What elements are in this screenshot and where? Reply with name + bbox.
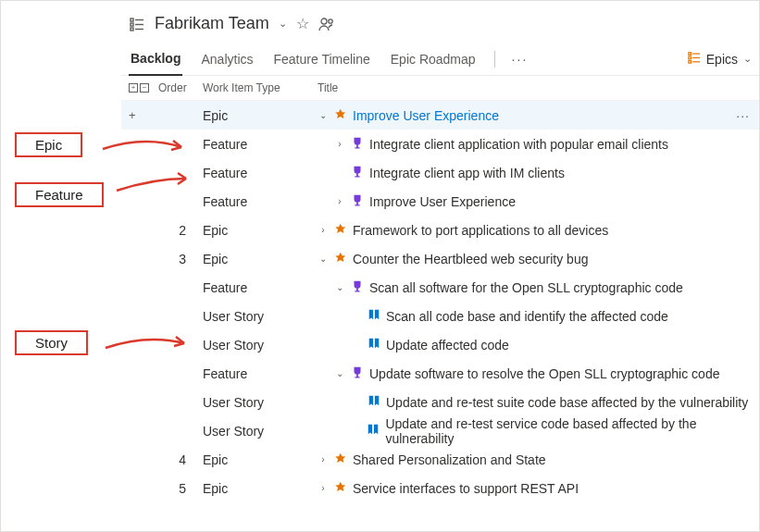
table-row[interactable]: User StoryUpdate and re-test service cod… bbox=[121, 416, 759, 445]
title-text: Counter the Heartbleed web security bug bbox=[353, 252, 588, 266]
tab-divider bbox=[494, 51, 495, 68]
type-cell: Epic bbox=[203, 108, 310, 123]
tab-analytics[interactable]: Analytics bbox=[199, 43, 255, 76]
table-row[interactable]: 5Epic›Service interfaces to support REST… bbox=[121, 474, 759, 502]
type-cell: Feature bbox=[203, 280, 310, 295]
type-cell: Feature bbox=[203, 194, 310, 209]
title-cell: Update affected code bbox=[318, 337, 752, 353]
column-headers: + − Order Work Item Type Title bbox=[121, 76, 759, 101]
tab-backlog[interactable]: Backlog bbox=[129, 43, 182, 76]
crown-icon bbox=[334, 107, 347, 123]
order-cell: 4 bbox=[158, 452, 195, 467]
title-text: Update affected code bbox=[386, 338, 509, 353]
svg-rect-12 bbox=[689, 61, 691, 64]
table-row[interactable]: 4Epic›Shared Personalization and State bbox=[121, 445, 759, 474]
order-cell: 3 bbox=[158, 252, 195, 266]
chevron-down-icon[interactable]: ⌄ bbox=[318, 254, 329, 264]
order-cell: 2 bbox=[158, 223, 195, 238]
col-type[interactable]: Work Item Type bbox=[203, 81, 310, 94]
chevron-right-icon[interactable]: › bbox=[318, 225, 329, 235]
crown-icon bbox=[334, 452, 347, 467]
collapse-all-button[interactable]: − bbox=[140, 83, 149, 93]
chevron-right-icon[interactable]: › bbox=[318, 483, 329, 493]
tab-epic-roadmap[interactable]: Epic Roadmap bbox=[389, 43, 478, 76]
title-cell: ›Shared Personalization and State bbox=[318, 452, 752, 467]
title-text: Shared Personalization and State bbox=[353, 452, 546, 467]
title-text: Integrate client app with IM clients bbox=[369, 166, 565, 180]
title-text: Framework to port applications to all de… bbox=[353, 223, 608, 238]
view-label: Epics bbox=[706, 52, 738, 67]
col-order[interactable]: Order bbox=[158, 81, 195, 94]
row-more-icon[interactable]: ··· bbox=[736, 108, 752, 123]
title-text: Integrate client application with popula… bbox=[369, 137, 668, 152]
type-cell: Epic bbox=[203, 252, 310, 266]
type-cell: Epic bbox=[203, 481, 310, 496]
title-text: Scan all code base and identify the affe… bbox=[386, 309, 668, 324]
chevron-right-icon[interactable]: › bbox=[334, 196, 345, 206]
annotation-feature: Feature bbox=[15, 182, 104, 207]
table-row[interactable]: FeatureIntegrate client app with IM clie… bbox=[121, 158, 759, 187]
book-icon bbox=[367, 423, 380, 439]
title-cell: Update and re-test suite code base affec… bbox=[318, 394, 752, 410]
chevron-down-icon[interactable]: ⌄ bbox=[334, 368, 345, 378]
title-cell: ›Integrate client application with popul… bbox=[318, 136, 752, 152]
team-members-icon[interactable] bbox=[318, 17, 335, 31]
table-row[interactable]: User StoryScan all code base and identif… bbox=[121, 302, 759, 330]
table-row[interactable]: User StoryUpdate affected code bbox=[121, 330, 759, 359]
chevron-down-icon: ⌄ bbox=[743, 53, 752, 65]
title-text[interactable]: Improve User Experience bbox=[353, 108, 499, 123]
tab-bar: Backlog Analytics Feature Timeline Epic … bbox=[121, 43, 759, 76]
trophy-icon bbox=[351, 279, 364, 295]
title-cell: Update and re-test service code based af… bbox=[318, 416, 752, 446]
title-cell: ⌄Update software to resolve the Open SLL… bbox=[318, 365, 752, 381]
table-row[interactable]: Feature⌄Scan all software for the Open S… bbox=[121, 273, 759, 302]
type-cell: Feature bbox=[203, 366, 310, 381]
chevron-down-icon[interactable]: ⌄ bbox=[334, 282, 345, 292]
title-cell: ⌄Improve User Experience bbox=[318, 107, 729, 123]
table-row[interactable]: Feature›Integrate client application wit… bbox=[121, 130, 759, 158]
backlog-rows: +Epic⌄Improve User Experience···Feature›… bbox=[121, 101, 759, 502]
col-title[interactable]: Title bbox=[318, 81, 752, 94]
order-cell: 5 bbox=[158, 481, 195, 496]
trophy-icon bbox=[351, 193, 364, 209]
title-cell: ⌄Counter the Heartbleed web security bug bbox=[318, 251, 752, 266]
title-cell: Integrate client app with IM clients bbox=[318, 165, 752, 180]
tab-feature-timeline[interactable]: Feature Timeline bbox=[272, 43, 372, 76]
table-row[interactable]: Feature›Improve User Experience bbox=[121, 187, 759, 216]
expand-all-button[interactable]: + bbox=[129, 83, 138, 93]
crown-icon bbox=[334, 480, 347, 496]
type-cell: User Story bbox=[203, 338, 310, 353]
table-row[interactable]: Feature⌄Update software to resolve the O… bbox=[121, 359, 759, 388]
chevron-down-icon[interactable]: ⌄ bbox=[318, 110, 329, 120]
annotation-story: Story bbox=[15, 330, 88, 355]
chevron-down-icon[interactable]: ⌄ bbox=[279, 18, 287, 30]
view-selector[interactable]: Epics ⌄ bbox=[688, 51, 752, 67]
favorite-star-icon[interactable]: ☆ bbox=[296, 15, 309, 32]
type-cell: User Story bbox=[203, 395, 310, 410]
chevron-right-icon[interactable]: › bbox=[318, 454, 329, 464]
type-cell: Feature bbox=[203, 137, 310, 152]
table-row[interactable]: User StoryUpdate and re-test suite code … bbox=[121, 388, 759, 416]
title-text: Scan all software for the Open SLL crypt… bbox=[369, 280, 683, 295]
title-text: Service interfaces to support REST API bbox=[353, 481, 579, 496]
team-name[interactable]: Fabrikam Team bbox=[155, 14, 269, 33]
title-cell: ⌄Scan all software for the Open SLL cryp… bbox=[318, 279, 752, 295]
trophy-icon bbox=[351, 365, 364, 381]
title-cell: Scan all code base and identify the affe… bbox=[318, 308, 752, 324]
title-cell: ›Service interfaces to support REST API bbox=[318, 480, 752, 496]
table-row[interactable]: 3Epic⌄Counter the Heartbleed web securit… bbox=[121, 244, 759, 273]
table-row[interactable]: +Epic⌄Improve User Experience··· bbox=[121, 101, 759, 130]
book-icon bbox=[368, 337, 380, 353]
add-child-button[interactable]: + bbox=[129, 108, 151, 122]
table-row[interactable]: 2Epic›Framework to port applications to … bbox=[121, 216, 759, 244]
more-tabs-icon[interactable]: ··· bbox=[512, 52, 529, 67]
trophy-icon bbox=[351, 165, 364, 180]
type-cell: Epic bbox=[203, 452, 310, 467]
annotation-epic: Epic bbox=[15, 132, 82, 157]
crown-icon bbox=[334, 222, 347, 238]
backlog-icon bbox=[129, 16, 145, 32]
book-icon bbox=[368, 308, 380, 324]
epics-icon bbox=[688, 51, 701, 67]
chevron-right-icon[interactable]: › bbox=[334, 139, 345, 149]
title-cell: ›Framework to port applications to all d… bbox=[318, 222, 752, 238]
